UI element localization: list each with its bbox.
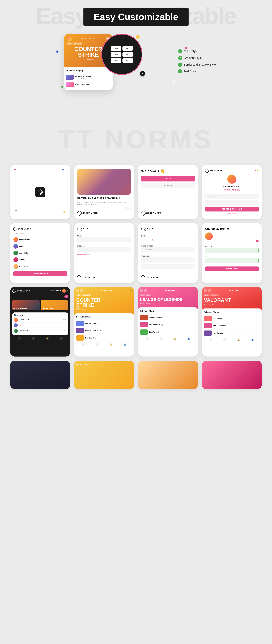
phone-clear-icon[interactable]: ✕ bbox=[192, 249, 193, 251]
stream-info-2: Road To 10LVL FACE IT bbox=[75, 84, 92, 86]
acct-item-0[interactable]: Michał Masiak bbox=[14, 236, 67, 243]
zoom-btn-left-1[interactable]: Left bbox=[122, 46, 133, 50]
onboard-logo-row: STREAMERO bbox=[77, 208, 131, 215]
valorant-stream-1[interactable]: Clutch or Kick bbox=[204, 315, 260, 322]
valorant-nav-search[interactable]: ⌕ bbox=[223, 338, 226, 341]
valorant-more-options[interactable]: ··· bbox=[258, 310, 260, 313]
confirm-name-input-2[interactable] bbox=[205, 200, 258, 205]
splash-logo-icon bbox=[37, 189, 43, 195]
acct-item-4[interactable]: Hans Soler bbox=[14, 263, 67, 270]
signin-button[interactable]: SIGN IN bbox=[141, 176, 195, 182]
following-games-inner: STREAMERO MICHAŁ MASIAK Following Games … bbox=[10, 287, 70, 343]
badge-shooter: SHOOTER bbox=[73, 42, 82, 45]
zoom-btn-center-2[interactable]: Center bbox=[111, 52, 121, 57]
cs-bottom-nav: ⌂ ⌕ 🔔 👤 bbox=[76, 342, 132, 348]
nav-search[interactable]: ⌕ bbox=[32, 337, 35, 340]
cs-nav-bell[interactable]: 🔔 bbox=[110, 343, 112, 346]
valorant-stream-2[interactable]: MSS Tournament bbox=[204, 322, 260, 330]
partial-yellow-dots[interactable]: ··· bbox=[130, 364, 132, 366]
signin-logo: STREAMERO bbox=[77, 273, 131, 279]
cs-more-options[interactable]: ··· bbox=[130, 316, 132, 318]
zoom-plus-button[interactable]: + bbox=[140, 71, 145, 76]
confirm-account-button[interactable]: YES, THIS IS MY ACCOUNT bbox=[205, 206, 258, 212]
id-input[interactable] bbox=[205, 258, 258, 263]
acct-name-2: Jerry Wake bbox=[19, 252, 28, 254]
onboard-logo-icon bbox=[76, 210, 82, 216]
switch-account-link[interactable]: Switch Account bbox=[205, 212, 258, 214]
valorant-game-title: VALORANT bbox=[204, 298, 260, 302]
feature-list: ✓ Color Style ✓ Gradient Style ✓ Border … bbox=[178, 49, 216, 76]
confirm-name-input[interactable]: CONFIRM LAST NAME bbox=[205, 194, 258, 199]
add-new-account-button[interactable]: ADD NEW ACCOUNT bbox=[14, 271, 67, 276]
zoom-btn-left-2[interactable]: Left bbox=[122, 52, 133, 57]
signup-button[interactable]: SIGN UP bbox=[141, 183, 195, 188]
zoom-btn-center-1[interactable]: Center bbox=[111, 46, 121, 50]
email-input-signin[interactable] bbox=[77, 237, 131, 242]
phone-input[interactable]: +1 000 000 000 ✕ bbox=[141, 247, 195, 252]
valorant-followers-section: Followers Playing ··· Clutch or Kick MSS… bbox=[202, 308, 262, 356]
valorant-header: MICHAŁ MASIAK FPS SHOOTER VALORANT 30,73… bbox=[202, 287, 262, 308]
id-label: YOUR ID: bbox=[205, 256, 258, 258]
cs-nav-profile[interactable]: 👤 bbox=[124, 343, 126, 346]
select-logo-text: STREAMERO bbox=[18, 228, 31, 230]
dot-splash-blue bbox=[62, 169, 64, 170]
nav-profile[interactable]: 👤 bbox=[60, 337, 62, 340]
acct-item-3[interactable]: Yai Yai bbox=[14, 256, 67, 263]
cs-stream-3[interactable]: New Operation bbox=[76, 334, 132, 342]
password-input-signin[interactable] bbox=[77, 247, 131, 252]
cs-game-title: COUNTER STRIKE bbox=[76, 298, 132, 308]
username-highlight: Michał Masiak bbox=[224, 188, 240, 191]
valorant-nav-bell[interactable]: 🔔 bbox=[237, 338, 240, 341]
lol-stream-1[interactable]: League Champions bbox=[140, 314, 196, 321]
password-input-signup[interactable] bbox=[141, 257, 195, 262]
nickname-input[interactable] bbox=[205, 248, 258, 253]
cs-nav-home[interactable]: ⌂ bbox=[82, 343, 85, 346]
zoom-btn-left-3[interactable]: Left bbox=[122, 58, 133, 63]
nav-bell[interactable]: 🔔 bbox=[46, 337, 49, 340]
lol-nav-search[interactable]: ⌕ bbox=[160, 337, 162, 340]
logout-link[interactable]: Logout bbox=[14, 277, 67, 279]
cs-info-1: FPL Road To The Top bbox=[85, 322, 101, 324]
streamer-item-1[interactable]: Félix 2,327 bbox=[14, 323, 66, 328]
acct-item-2[interactable]: Jerry Wake bbox=[14, 250, 67, 256]
edit-avatar-badge[interactable]: ✏ bbox=[256, 240, 258, 242]
valorant-stream-3[interactable]: New Operation bbox=[204, 330, 260, 337]
stream-item-1[interactable]: FPL Road To The Top FPL • bbox=[66, 74, 111, 81]
lol-stream-2[interactable]: New Heroes To Top bbox=[140, 321, 196, 328]
password-label-signup: PASSWORD: bbox=[141, 255, 195, 257]
splash-center bbox=[35, 165, 45, 219]
lol-nav-bell[interactable]: 🔔 bbox=[173, 337, 176, 340]
game-lol-card[interactable]: LEAGUE OF LEGENDS bbox=[12, 300, 40, 310]
cs-nav-search[interactable]: ⌕ bbox=[96, 343, 99, 346]
lol-nav-profile[interactable]: 👤 bbox=[187, 337, 190, 340]
confirm-password-input[interactable] bbox=[141, 264, 195, 269]
lol-nav-home[interactable]: ⌂ bbox=[146, 337, 148, 340]
valorant-nav-home[interactable]: ⌂ bbox=[210, 338, 212, 341]
add-game-button[interactable]: + bbox=[64, 295, 68, 298]
save-changes-button[interactable]: SAVE CHANGES bbox=[205, 266, 258, 272]
zoom-btn-center-3[interactable]: Center bbox=[111, 58, 121, 63]
lol-bottom-nav: ⌂ ⌕ 🔔 👤 bbox=[140, 336, 196, 342]
hero-content: MICHAŁ MASIAK ⚙ FPS SHOOTER COUNTER STRI… bbox=[46, 34, 226, 106]
lol-more-options[interactable]: ··· bbox=[194, 310, 196, 312]
valorant-nav-profile[interactable]: 👤 bbox=[251, 338, 254, 341]
customize-title: Customize profile bbox=[205, 227, 258, 230]
dot-splash-pink bbox=[14, 169, 16, 170]
following-games-title: Following Games bbox=[12, 295, 29, 297]
nav-home[interactable]: ⌂ bbox=[18, 337, 21, 340]
game-cs-card[interactable]: COUNTER STRIKE bbox=[41, 300, 68, 310]
streamer-item-0[interactable]: MichaelAngelO 7,574 bbox=[14, 317, 66, 323]
cs-stream-2[interactable]: Road To 10LVL FACEIT bbox=[76, 327, 132, 334]
screens-row-2: STREAMERO Select Account: Michał Masiak … bbox=[10, 223, 262, 283]
feature-text: ✓ Text Style bbox=[178, 69, 216, 74]
cs-stream-1[interactable]: FPL Road To The Top bbox=[76, 320, 132, 327]
lol-stream-3[interactable]: 1vs1 Ranked bbox=[140, 328, 196, 336]
acct-item-1[interactable]: Felix bbox=[14, 243, 67, 250]
lol-icon-1 bbox=[140, 289, 143, 292]
bottom-nav-following: ⌂ ⌕ 🔔 👤 bbox=[10, 335, 70, 341]
svg-marker-0 bbox=[38, 190, 43, 195]
streamer-item-2[interactable]: MonterBnBG 1,216 bbox=[14, 328, 66, 334]
email-input-signup[interactable]: michalmasiak@gmail.com bbox=[141, 237, 195, 242]
stream-item-2[interactable]: Road To 10LVL FACE IT bbox=[66, 81, 111, 88]
zoom-circle: Center Left Center Left Center Left bbox=[101, 34, 142, 75]
